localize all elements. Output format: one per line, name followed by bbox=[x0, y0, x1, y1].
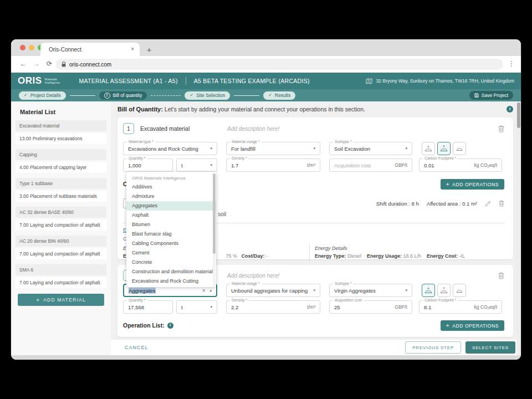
dropdown-item[interactable]: Blast furnace slag bbox=[126, 229, 216, 239]
stockpile-in-icon[interactable] bbox=[422, 284, 435, 297]
address-bar[interactable]: oris-connect.com bbox=[55, 59, 503, 70]
step-bill-of-quantity[interactable]: 2 Bill of quantity bbox=[99, 91, 147, 100]
new-tab-button[interactable]: + bbox=[147, 45, 151, 54]
mound-icon[interactable] bbox=[453, 142, 466, 155]
plus-icon: + bbox=[36, 297, 40, 303]
browser-menu-icon[interactable]: ⋮ bbox=[508, 60, 515, 68]
field-value: 8.1 bbox=[424, 304, 431, 310]
dropdown-scrollbar-thumb[interactable] bbox=[213, 173, 216, 254]
forward-icon[interactable]: → bbox=[33, 60, 40, 68]
add-operations-button[interactable]: + ADD OPERATIONS bbox=[441, 179, 504, 190]
unit-select[interactable]: t ▾ bbox=[176, 300, 217, 314]
dropdown-item[interactable]: Cabling Components bbox=[126, 239, 216, 248]
material-usage-select[interactable]: Material usage * For landfill ▾ bbox=[226, 142, 320, 155]
field-value: For landfill bbox=[231, 146, 255, 152]
step-results[interactable]: ✓ Results bbox=[263, 91, 295, 100]
step-project-details[interactable]: ✓ Project Details bbox=[19, 91, 66, 100]
stockpile-out-icon[interactable] bbox=[437, 284, 451, 297]
material-list-item[interactable]: Excavated material 13.00 Preliminary exc… bbox=[16, 120, 106, 144]
description-input[interactable]: Add description here! bbox=[227, 273, 280, 279]
material-name[interactable]: SMA 6 bbox=[16, 264, 106, 275]
density-input[interactable]: Density * 2.2 t/m³ bbox=[226, 300, 320, 314]
delete-material-icon[interactable] bbox=[498, 272, 504, 279]
previous-step-button[interactable]: PREVIOUS STEP bbox=[405, 341, 461, 354]
material-type-dropdown: ORIS Materials Intelligence AdditivesAdm… bbox=[126, 172, 216, 287]
acquisition-cost-input[interactable]: Acquisition cost GBP/t bbox=[329, 158, 412, 172]
material-operation[interactable]: 3.00 Placement of subbase materials bbox=[16, 191, 106, 202]
description-input[interactable]: Add description here! bbox=[227, 126, 280, 132]
carbon-footprint-input[interactable]: Carbon Footprint * 8.1 kg CO₂eq/t bbox=[419, 300, 502, 314]
shift-duration: Shift duration : 8 h bbox=[376, 201, 419, 207]
subtype-select[interactable]: Subtype * Soil Excavation ▾ bbox=[329, 142, 412, 155]
material-name[interactable]: AC 20 dense BIN 40/60 bbox=[16, 236, 106, 247]
material-operation[interactable]: 7.00 Laying and compaction of asphalt bbox=[16, 219, 106, 231]
material-name[interactable]: AC 32 dense BASE 40/60 bbox=[16, 207, 106, 218]
add-operations-button[interactable]: + ADD OPERATIONS bbox=[441, 320, 504, 331]
dropdown-item[interactable]: Bitumen bbox=[126, 220, 216, 229]
dropdown-item[interactable]: Asphalt bbox=[126, 211, 216, 220]
material-type-select[interactable]: Material type * Excavations and Rock Cut… bbox=[123, 142, 217, 155]
material-name[interactable]: Excavated material bbox=[16, 120, 106, 131]
dropdown-item[interactable]: Cement bbox=[126, 248, 216, 258]
dropdown-item[interactable]: Aggregates bbox=[126, 201, 216, 211]
dropdown-item[interactable]: Additives bbox=[126, 182, 216, 192]
save-project-button[interactable]: Save Project bbox=[469, 91, 513, 100]
dropdown-item[interactable]: Admixture bbox=[126, 192, 216, 201]
field-value: 1.7 bbox=[231, 162, 238, 168]
header-divider bbox=[186, 77, 186, 85]
add-material-button[interactable]: + ADD MATERIAL bbox=[18, 294, 104, 306]
select-sites-button[interactable]: SELECT SITES bbox=[466, 341, 515, 354]
material-operation[interactable]: 7.00 Laying and compaction of asphalt bbox=[16, 277, 106, 288]
carbon-footprint-input[interactable]: Carbon Footprint * 0.01 kg CO₂eq/t bbox=[419, 158, 502, 172]
chevron-up-icon[interactable]: ▴ bbox=[209, 288, 212, 293]
field-unit: t/m³ bbox=[307, 304, 315, 310]
material-list-item[interactable]: Type 1 subbase 3.00 Placement of subbase… bbox=[16, 178, 106, 202]
field-label: Density * bbox=[230, 298, 249, 302]
oris-logo: ORIS bbox=[18, 75, 42, 86]
material-name[interactable]: Capping bbox=[16, 149, 106, 160]
acquisition-cost-input[interactable]: Acquisition cost 25 GBP/t bbox=[329, 300, 412, 314]
info-icon[interactable]: i bbox=[167, 323, 173, 329]
field-unit: kg CO₂eq/t bbox=[474, 162, 497, 168]
dropdown-item[interactable]: Excavations and Rock Cutting bbox=[126, 277, 216, 286]
material-list-item[interactable]: SMA 6 7.00 Laying and compaction of asph… bbox=[16, 264, 106, 288]
material-operation[interactable]: 13.00 Preliminary excavations bbox=[16, 133, 106, 144]
dropdown-item[interactable]: Concrete bbox=[126, 258, 216, 267]
delete-operation-icon[interactable] bbox=[499, 200, 504, 207]
material-list-item[interactable]: AC 32 dense BASE 40/60 7.00 Laying and c… bbox=[16, 207, 106, 231]
tab-close-icon[interactable]: × bbox=[131, 47, 134, 52]
material-operation[interactable]: 7.00 Laying and compaction of asphalt bbox=[16, 248, 106, 259]
clear-input-icon[interactable]: × bbox=[202, 288, 206, 294]
quantity-input[interactable]: Quantity * 1,000 bbox=[123, 158, 173, 172]
step-site-selection[interactable]: ✓ Site Selection bbox=[185, 91, 230, 100]
field-unit: GBP/t bbox=[395, 304, 407, 310]
browser-tab[interactable]: Oris-Connect × bbox=[40, 43, 140, 56]
material-usage-select[interactable]: Material usage * Unbound aggregates for … bbox=[226, 284, 320, 297]
stockpile-in-icon[interactable] bbox=[422, 142, 435, 155]
delete-material-icon[interactable] bbox=[498, 125, 504, 132]
energy-details-line: Energy Type: Diesel Energy Usage: 18.6 L… bbox=[315, 253, 465, 259]
dropdown-item[interactable]: Construction and demolition material bbox=[126, 267, 216, 277]
traffic-light-close-button[interactable] bbox=[20, 45, 25, 50]
content-scrollbar-thumb[interactable] bbox=[517, 103, 520, 128]
info-icon[interactable]: i bbox=[507, 106, 513, 112]
unit-select[interactable]: t ▾ bbox=[176, 158, 217, 172]
reload-icon[interactable]: ⟳ bbox=[47, 60, 52, 68]
content-scrollbar-track[interactable] bbox=[516, 101, 521, 355]
cancel-button[interactable]: CANCEL bbox=[125, 345, 149, 350]
stockpile-out-icon[interactable] bbox=[437, 142, 451, 155]
density-input[interactable]: Density * 1.7 t/m³ bbox=[226, 158, 320, 172]
material-list-item[interactable]: AC 20 dense BIN 40/60 7.00 Laying and co… bbox=[16, 236, 106, 259]
traffic-light-minimize-button[interactable] bbox=[29, 45, 34, 50]
material-name[interactable]: Type 1 subbase bbox=[16, 178, 106, 189]
back-icon[interactable]: ← bbox=[20, 60, 27, 68]
material-list-item[interactable]: Capping 4.00 Placement of capping layer bbox=[16, 149, 106, 173]
mound-icon[interactable] bbox=[453, 284, 466, 297]
browser-urlbar: ← → ⟳ oris-connect.com ⋮ bbox=[11, 56, 521, 73]
main-area: Material List Excavated material 13.00 P… bbox=[11, 101, 521, 355]
sidebar-title: Material List bbox=[11, 101, 111, 120]
quantity-input[interactable]: Quantity * 17,568 bbox=[123, 300, 173, 314]
material-operation[interactable]: 4.00 Placement of capping layer bbox=[16, 162, 106, 173]
subtype-select[interactable]: Subtype * Virgin Aggregates ▾ bbox=[329, 284, 412, 297]
edit-operation-icon[interactable] bbox=[485, 201, 491, 207]
